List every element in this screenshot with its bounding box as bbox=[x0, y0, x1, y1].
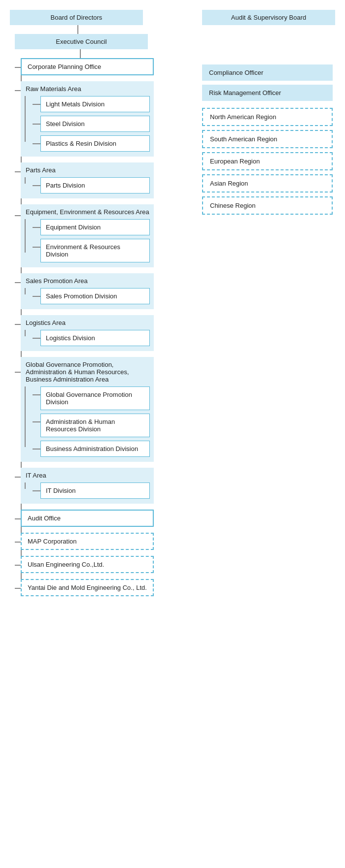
parts-area: Parts Area Parts Division bbox=[21, 162, 154, 198]
sales-connector bbox=[33, 296, 40, 297]
env-resources-division: Environment & Resources Division bbox=[40, 239, 150, 262]
steel-division: Steel Division bbox=[40, 116, 150, 132]
it-divisions: IT Division bbox=[25, 482, 150, 499]
it-div-row: IT Division bbox=[33, 482, 150, 499]
steel-row: Steel Division bbox=[33, 116, 150, 132]
parts-divisions: Parts Division bbox=[25, 177, 150, 193]
equipment-division: Equipment Division bbox=[40, 219, 150, 235]
admin-hr-division: Administration & Human Resources Divisio… bbox=[40, 414, 150, 437]
admin-hr-connector bbox=[33, 421, 40, 422]
ulsan-box: Ulsan Engineering Co.,Ltd. bbox=[21, 556, 154, 573]
it-connector bbox=[33, 490, 40, 491]
audit-supervisory-board: Audit & Supervisory Board bbox=[202, 10, 335, 25]
steel-connector bbox=[33, 124, 40, 125]
audit-office-row: Audit Office bbox=[15, 510, 192, 527]
asian-region: Asian Region bbox=[202, 174, 333, 193]
equipment-connector bbox=[33, 227, 40, 228]
equipment-area-row: Equipment, Environment & Resources Area … bbox=[15, 204, 192, 267]
biz-admin-connector bbox=[33, 449, 40, 450]
corporate-planning-box: Corporate Planning Office bbox=[21, 58, 154, 75]
it-area-row: IT Area IT Division bbox=[15, 468, 192, 504]
south-american-region: South American Region bbox=[202, 130, 333, 148]
parts-area-row: Parts Area Parts Division bbox=[15, 162, 192, 198]
chinese-region: Chinese Region bbox=[202, 196, 333, 215]
board-of-directors: Board of Directors bbox=[10, 10, 143, 25]
raw-materials-area-row: Raw Materials Area Light Metals Division… bbox=[15, 81, 192, 157]
map-corp-row: MAP Corporation bbox=[15, 533, 192, 550]
equipment-div-row: Equipment Division bbox=[33, 219, 150, 235]
raw-materials-title: Raw Materials Area bbox=[25, 85, 150, 93]
light-metals-row: Light Metals Division bbox=[33, 96, 150, 112]
global-area-row: Global Governance Promotion, Administrat… bbox=[15, 357, 192, 462]
global-area-title: Global Governance Promotion, Administrat… bbox=[25, 361, 150, 383]
sales-area: Sales Promotion Area Sales Promotion Div… bbox=[21, 273, 154, 309]
logistics-area-row: Logistics Area Logistics Division bbox=[15, 315, 192, 351]
biz-admin-division: Business Administration Division bbox=[40, 441, 150, 457]
it-area: IT Area IT Division bbox=[21, 468, 154, 504]
top-row: Board of Directors Audit & Supervisory B… bbox=[0, 5, 345, 25]
raw-materials-divisions: Light Metals Division Steel Division Pla… bbox=[25, 96, 150, 152]
it-area-title: IT Area bbox=[25, 472, 150, 479]
logistics-division: Logistics Division bbox=[40, 330, 150, 346]
sales-area-row: Sales Promotion Area Sales Promotion Div… bbox=[15, 273, 192, 309]
parts-area-title: Parts Area bbox=[25, 166, 150, 174]
global-divisions: Global Governance Promotion Division Adm… bbox=[25, 386, 150, 457]
plastics-connector bbox=[33, 143, 40, 144]
map-corp-box: MAP Corporation bbox=[21, 533, 154, 550]
logistics-area-title: Logistics Area bbox=[25, 319, 150, 326]
european-region: European Region bbox=[202, 152, 333, 170]
biz-admin-row: Business Administration Division bbox=[33, 441, 150, 457]
admin-hr-row: Administration & Human Resources Divisio… bbox=[33, 414, 150, 437]
plastics-division: Plastics & Resin Division bbox=[40, 135, 150, 152]
light-metals-connector bbox=[33, 104, 40, 105]
it-division: IT Division bbox=[40, 482, 150, 499]
plastics-row: Plastics & Resin Division bbox=[33, 135, 150, 152]
env-connector bbox=[33, 247, 40, 248]
audit-office-box: Audit Office bbox=[21, 510, 154, 527]
equipment-area-title: Equipment, Environment & Resources Area bbox=[25, 208, 150, 216]
equipment-divisions: Equipment Division Environment & Resourc… bbox=[25, 219, 150, 262]
executive-council: Executive Council bbox=[15, 34, 148, 49]
logistics-divisions: Logistics Division bbox=[25, 330, 150, 346]
logistics-connector bbox=[33, 338, 40, 339]
raw-materials-area: Raw Materials Area Light Metals Division… bbox=[21, 81, 154, 157]
risk-management-officer: Risk Management Officer bbox=[202, 85, 333, 101]
sales-divisions: Sales Promotion Division bbox=[25, 288, 150, 304]
global-gov-division: Global Governance Promotion Division bbox=[40, 386, 150, 410]
yantai-row: Yantai Die and Mold Engineering Co., Ltd… bbox=[15, 579, 192, 596]
parts-division: Parts Division bbox=[40, 177, 150, 193]
logistics-div-row: Logistics Division bbox=[33, 330, 150, 346]
yantai-box: Yantai Die and Mold Engineering Co., Ltd… bbox=[21, 579, 154, 596]
parts-connector bbox=[33, 185, 40, 186]
equipment-area: Equipment, Environment & Resources Area … bbox=[21, 204, 154, 267]
parts-division-row: Parts Division bbox=[33, 177, 150, 193]
logistics-area: Logistics Area Logistics Division bbox=[21, 315, 154, 351]
compliance-officer: Compliance Officer bbox=[202, 64, 333, 81]
sales-div-row: Sales Promotion Division bbox=[33, 288, 150, 304]
light-metals-division: Light Metals Division bbox=[40, 96, 150, 112]
global-area: Global Governance Promotion, Administrat… bbox=[21, 357, 154, 462]
env-resources-row: Environment & Resources Division bbox=[33, 239, 150, 262]
org-chart: Board of Directors Audit & Supervisory B… bbox=[0, 0, 345, 611]
sales-area-title: Sales Promotion Area bbox=[25, 277, 150, 285]
right-column: Compliance Officer Risk Management Offic… bbox=[202, 25, 345, 219]
ulsan-row: Ulsan Engineering Co.,Ltd. bbox=[15, 556, 192, 573]
sales-division: Sales Promotion Division bbox=[40, 288, 150, 304]
corporate-planning-row: Corporate Planning Office bbox=[15, 58, 192, 75]
north-american-region: North American Region bbox=[202, 108, 333, 126]
global-gov-row: Global Governance Promotion Division bbox=[33, 386, 150, 410]
global-gov-connector bbox=[33, 394, 40, 395]
